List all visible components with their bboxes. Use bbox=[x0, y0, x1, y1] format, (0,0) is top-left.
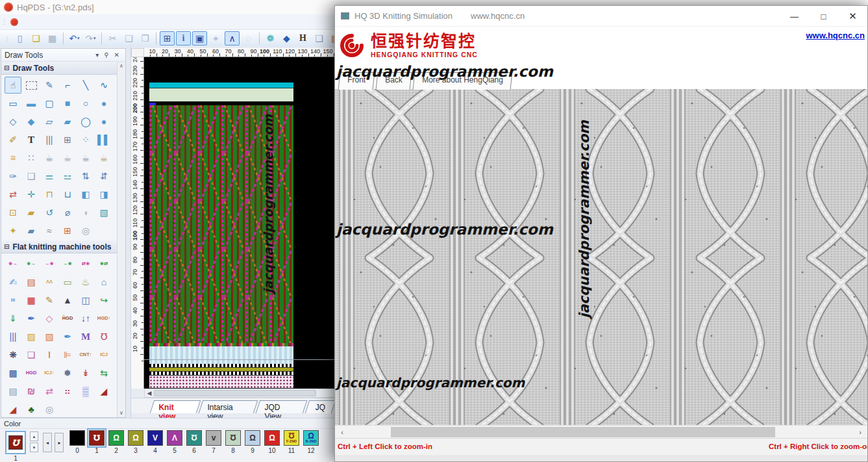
needle-bed-tool[interactable]: ▭ bbox=[59, 274, 76, 290]
blur-selection-tool[interactable]: ▒ bbox=[77, 383, 94, 400]
binoculars-button[interactable]: H bbox=[295, 31, 310, 45]
toolbar-button[interactable] bbox=[156, 32, 156, 44]
color-swatch[interactable]: v 7 bbox=[204, 430, 223, 454]
copy-button[interactable]: ❑ bbox=[121, 31, 136, 45]
color-swatch[interactable]: V 4 bbox=[145, 430, 165, 454]
bars-orange-tool[interactable]: ⊫ bbox=[59, 346, 76, 363]
prev-color-button[interactable]: ◂ bbox=[43, 433, 52, 452]
select-hand-tool[interactable]: ☝ bbox=[5, 77, 21, 94]
group-header-flat-machine-tools[interactable]: ⊟ Flat knitting machine tools bbox=[1, 240, 125, 253]
new-file-button[interactable]: ▯ bbox=[12, 31, 27, 45]
rounded-rect-tool[interactable]: ▢ bbox=[41, 95, 58, 112]
frame-top-tool[interactable]: ⊓ bbox=[41, 186, 58, 203]
tree-pattern-tool[interactable]: ♣ bbox=[23, 401, 40, 418]
distribute-v-tool-1[interactable]: ⇅ bbox=[77, 168, 94, 185]
transfer-swap[interactable]: ⇄❀ bbox=[77, 255, 94, 272]
scrollbar-thumb[interactable] bbox=[154, 390, 316, 396]
panel-scrollbar[interactable]: ∧ ∨ bbox=[117, 62, 125, 417]
frame-right-tool[interactable]: ◨ bbox=[95, 186, 112, 203]
redo-green-tool[interactable]: ↪ bbox=[95, 292, 112, 309]
loop-red-tool[interactable]: ℧ bbox=[95, 328, 112, 345]
collapse-icon[interactable]: ⊟ bbox=[4, 243, 9, 250]
lasso-tool[interactable]: ≈ bbox=[41, 222, 58, 239]
color-swatch[interactable]: Ʊ 8 bbox=[223, 430, 243, 454]
align-rows-tool-1[interactable]: ⚌ bbox=[41, 168, 58, 185]
orange-block-tool[interactable]: ▧ bbox=[41, 328, 58, 345]
parallelogram-tool[interactable]: ▱ bbox=[41, 113, 58, 130]
brush-tool[interactable]: ✑ bbox=[5, 168, 21, 185]
align-rows-tool-2[interactable]: ⚍ bbox=[59, 168, 76, 185]
scrollbar-thumb[interactable] bbox=[391, 427, 775, 437]
close-button[interactable]: ✕ bbox=[838, 6, 867, 27]
view-tab[interactable]: JQ bbox=[304, 400, 336, 413]
fill-bucket-1[interactable]: ☕ bbox=[41, 149, 58, 166]
view-tab[interactable]: Intarsia view bbox=[199, 400, 258, 413]
transfer-front-to-back-color[interactable]: ❀→ bbox=[23, 255, 40, 272]
magic-wand-tool[interactable]: ✦ bbox=[5, 222, 21, 239]
scroll-down-icon[interactable]: ∨ bbox=[119, 410, 123, 416]
yarn-basket-tool[interactable]: ♨ bbox=[77, 274, 94, 290]
close-icon[interactable]: ✕ bbox=[112, 51, 122, 58]
menu-item[interactable] bbox=[71, 21, 83, 23]
menu-item[interactable] bbox=[45, 21, 57, 23]
eraser-tool[interactable]: ▰ bbox=[23, 222, 40, 239]
flip-horizontal-tool[interactable]: ⇄ bbox=[5, 186, 21, 203]
collapse-icon[interactable]: ⊟ bbox=[4, 64, 9, 71]
grid-view-toggle[interactable]: ⊞ bbox=[160, 31, 175, 45]
info-view-toggle[interactable]: i bbox=[176, 31, 191, 45]
knit-simulation-view[interactable]: jacquardprogrammer.com jacquardprogramme… bbox=[335, 89, 867, 426]
hgd-up-tool[interactable]: HGD↑ bbox=[95, 310, 112, 327]
edit-window-tool[interactable]: ▧ bbox=[95, 204, 112, 221]
rectangle-filled-tool[interactable]: ▬ bbox=[23, 95, 40, 112]
door-panel-tool[interactable]: ◫ bbox=[77, 292, 94, 309]
toolbar-button[interactable] bbox=[101, 32, 102, 44]
hierarchy-tool[interactable]: ₪ bbox=[23, 383, 40, 400]
parallelogram-filled-tool[interactable]: ▰ bbox=[59, 113, 76, 130]
dots-red-rows-tool[interactable]: ⠶ bbox=[59, 383, 76, 400]
transfer-pink-pair-tool[interactable]: ⇄ bbox=[41, 383, 58, 400]
photo-settings-tool[interactable]: ▤ bbox=[5, 383, 21, 400]
undo-button[interactable]: ↶ bbox=[67, 31, 82, 45]
oval-filled-tool[interactable]: ● bbox=[95, 113, 112, 130]
transfer-back-to-front-color[interactable]: →❀ bbox=[59, 255, 76, 272]
color-swatch[interactable]: Ω 2 bbox=[106, 430, 126, 454]
hqcnc-link[interactable]: www.hqcnc.cn bbox=[806, 31, 865, 40]
dot-chain-tool[interactable]: ⁘ bbox=[77, 131, 94, 148]
pen-j-tool[interactable]: ✒ bbox=[59, 328, 76, 345]
transfer-back-to-front[interactable]: →❀ bbox=[41, 255, 58, 272]
view-tab[interactable]: JQD View bbox=[256, 400, 307, 413]
icj-up-tool[interactable]: ICJ↑ bbox=[41, 365, 58, 381]
cnt-up-tool[interactable]: CNT↑ bbox=[77, 346, 94, 363]
spool-orange-tool[interactable]: Ⅰ bbox=[41, 346, 58, 363]
diamond-filled-tool[interactable]: ◆ bbox=[23, 113, 40, 130]
line-tool[interactable]: ╲ bbox=[77, 77, 94, 94]
ellipse-tool[interactable]: ○ bbox=[77, 95, 94, 112]
diamond-tool[interactable]: ◇ bbox=[5, 113, 21, 130]
fill-bucket-2[interactable]: ☕ bbox=[59, 149, 76, 166]
copy-stitch-tool[interactable]: ❑ bbox=[23, 168, 40, 185]
notepad-pen-tool[interactable]: ✎ bbox=[41, 292, 58, 309]
color-swatch[interactable]: Ω 10 bbox=[262, 430, 282, 454]
frame-inner-tool[interactable]: ⊡ bbox=[5, 204, 21, 221]
icon-view-toggle[interactable]: ▣ bbox=[192, 31, 207, 45]
flower-tool-button[interactable]: ❁ bbox=[263, 31, 278, 45]
redo-button[interactable]: ↷ bbox=[83, 31, 98, 45]
stairs-red-tool[interactable]: ◢ bbox=[95, 383, 112, 400]
hgd-box-tool[interactable]: HGD bbox=[23, 365, 40, 381]
vertical-bars-blue-tool[interactable]: ||| bbox=[5, 328, 21, 345]
h-lines-tool[interactable]: ≡ bbox=[5, 149, 21, 166]
pattern-canvas[interactable]: jacquardprogrammer.com bbox=[144, 57, 336, 389]
current-color-well[interactable]: ℧ bbox=[5, 431, 26, 454]
rings-gray-tool[interactable]: ◎ bbox=[41, 401, 58, 418]
shield-button[interactable]: ◆ bbox=[279, 31, 294, 45]
oval-tool[interactable]: ◯ bbox=[77, 113, 94, 130]
circle-select-button[interactable]: ◌ bbox=[241, 31, 256, 45]
spinner-up-icon[interactable]: ▲ bbox=[30, 431, 38, 441]
pin-icon[interactable]: ⚲ bbox=[101, 51, 111, 58]
save-button[interactable]: ▦ bbox=[45, 31, 60, 45]
color-swatch[interactable]: 0 bbox=[68, 430, 87, 454]
insert-row-tool[interactable]: ⇓ bbox=[5, 310, 21, 327]
menu-item[interactable] bbox=[84, 21, 96, 23]
m-fold-tool[interactable]: M bbox=[77, 328, 94, 345]
gold-block-tool[interactable]: ▰ bbox=[23, 204, 40, 221]
